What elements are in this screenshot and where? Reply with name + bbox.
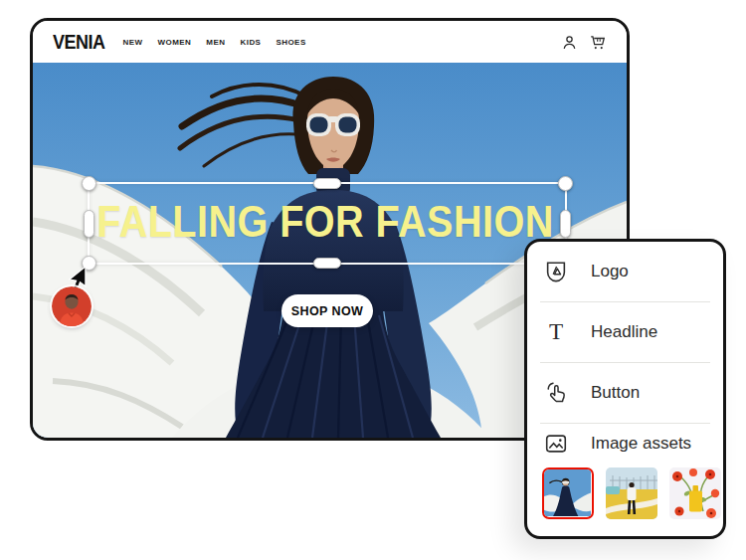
nav-item-shoes[interactable]: SHOES [276,38,305,47]
selection-handle-top-center[interactable] [313,178,341,189]
panel-item-image-assets[interactable]: Image assets [527,424,723,464]
button-tap-icon [542,379,570,407]
asset-thumbnail-poolside[interactable] [606,467,657,519]
nav-item-women[interactable]: WOMEN [158,38,192,47]
asset-thumbnail-flowers[interactable] [669,467,721,519]
svg-text:T: T [549,319,563,344]
logo-badge-icon [542,258,570,285]
selection-handle-middle-right[interactable] [560,210,571,238]
image-assets-icon [542,430,570,458]
panel-item-label: Button [591,383,640,403]
shop-now-button[interactable]: SHOP NOW [281,294,373,327]
cart-icon[interactable] [589,34,607,51]
panel-item-label: Headline [591,322,657,342]
panel-item-headline[interactable]: T Headline [527,302,723,362]
collaborator-avatar [52,286,92,326]
panel-item-label: Image assets [591,434,691,454]
brand-logo[interactable]: VENIA [53,30,105,54]
selection-handle-middle-left[interactable] [84,210,94,238]
nav-item-men[interactable]: MEN [206,38,225,47]
user-icon[interactable] [561,34,578,51]
nav-utility-icons [561,34,607,51]
components-panel: Logo T Headline Button Image asse [524,239,726,539]
panel-item-button[interactable]: Button [527,363,723,423]
nav-item-new[interactable]: NEW [123,38,143,47]
panel-item-logo[interactable]: Logo [527,242,723,301]
storefront-navbar: VENIA NEW WOMEN MEN KIDS SHOES [33,21,627,63]
panel-item-label: Logo [591,262,629,281]
asset-thumbnails [527,464,723,519]
headline-text-icon: T [542,318,570,346]
selection-handle-bottom-center[interactable] [313,258,341,269]
nav-item-kids[interactable]: KIDS [240,38,261,47]
selection-box[interactable] [88,182,567,265]
asset-thumbnail-fashion[interactable] [542,467,594,519]
selection-handle-top-left[interactable] [82,176,96,191]
selection-handle-top-right[interactable] [558,176,573,191]
nav-menu: NEW WOMEN MEN KIDS SHOES [123,38,306,47]
